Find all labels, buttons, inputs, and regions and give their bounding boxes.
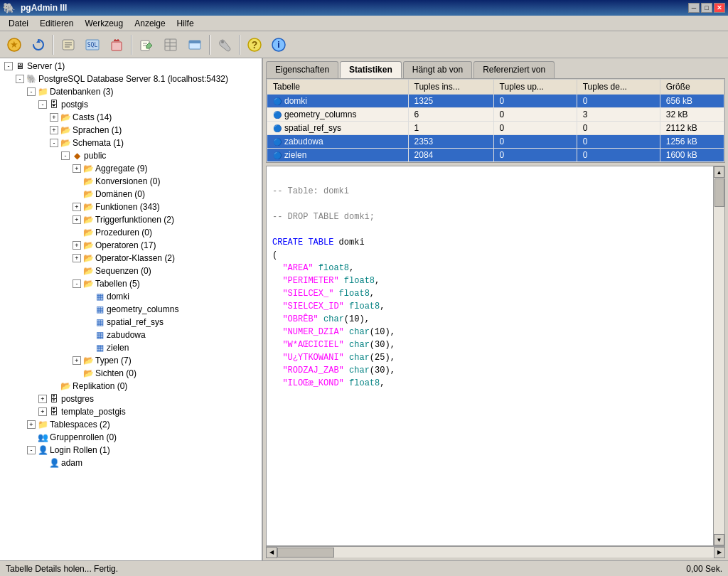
expand-operatoren[interactable]: + bbox=[73, 241, 81, 250]
tree-item-adam[interactable]: 👤 adam bbox=[0, 457, 262, 469]
tree-item-pgserver[interactable]: - 🐘 PostgreSQL Database Server 8.1 (loca… bbox=[0, 73, 262, 85]
expand-template-postgis[interactable]: + bbox=[38, 407, 47, 416]
toolbar-wrench-btn[interactable] bbox=[213, 33, 236, 56]
expand-server[interactable]: - bbox=[4, 62, 13, 70]
tree-item-funktionen[interactable]: + 📂 Funktionen (343) bbox=[0, 201, 262, 213]
operatoren-icon: 📂 bbox=[82, 240, 94, 251]
tree-item-tabellen[interactable]: - 📂 Tabellen (5) bbox=[0, 277, 262, 290]
konversionen-label: Konversionen (0) bbox=[95, 176, 160, 186]
expand-tabellen[interactable]: - bbox=[73, 279, 81, 288]
expand-datenbanken[interactable]: - bbox=[27, 87, 36, 96]
menu-hilfe[interactable]: Hilfe bbox=[171, 17, 200, 30]
sequenzen-icon: 📂 bbox=[82, 265, 94, 277]
expand-funktionen[interactable]: + bbox=[73, 203, 81, 211]
tab-referenziert[interactable]: Referenziert von bbox=[473, 61, 555, 78]
window-controls: ─ □ ✕ bbox=[688, 3, 725, 13]
tree-item-prozeduren[interactable]: 📂 Prozeduren (0) bbox=[0, 226, 262, 239]
minimize-button[interactable]: ─ bbox=[688, 3, 700, 13]
stats-row-domki[interactable]: 🔵domki 1325 0 0 656 kB bbox=[267, 95, 724, 108]
tab-eigenschaften[interactable]: Eigenschaften bbox=[266, 61, 338, 78]
expand-loginrollen[interactable]: - bbox=[27, 446, 36, 454]
tree-item-postgres[interactable]: + 🗄 postgres bbox=[0, 393, 262, 405]
tree-item-template-postgis[interactable]: + 🗄 template_postgis bbox=[0, 405, 262, 418]
tree-item-replikation[interactable]: 📂 Replikation (0) bbox=[0, 380, 262, 393]
tree-item-domaenen[interactable]: 📂 Domänen (0) bbox=[0, 188, 262, 201]
tree-item-datenbanken[interactable]: - 📁 Datenbanken (3) bbox=[0, 85, 262, 98]
toolbar-edit-btn[interactable] bbox=[135, 33, 158, 56]
toolbar-sql-btn[interactable]: SQL bbox=[81, 33, 104, 56]
expand-triggerfunktionen[interactable]: + bbox=[73, 215, 81, 224]
toolbar-grid-btn[interactable] bbox=[159, 33, 182, 56]
expand-tablespaces[interactable]: + bbox=[27, 420, 36, 429]
expand-operatorklassen[interactable]: + bbox=[73, 254, 81, 262]
tree-item-triggerfunktionen[interactable]: + 📂 Triggerfunktionen (2) bbox=[0, 213, 262, 226]
tree-item-gruppenrollen[interactable]: 👥 Gruppenrollen (0) bbox=[0, 431, 262, 444]
triggerfunktionen-label: Triggerfunktionen (2) bbox=[95, 215, 174, 225]
tree-item-konversionen[interactable]: 📂 Konversionen (0) bbox=[0, 175, 262, 188]
toolbar-properties-btn[interactable] bbox=[57, 33, 80, 56]
tree-item-operatoren[interactable]: + 📂 Operatoren (17) bbox=[0, 239, 262, 252]
tree-item-zielen[interactable]: ▦ zielen bbox=[0, 341, 262, 354]
tree-item-public[interactable]: - ◆ public bbox=[0, 149, 262, 162]
hscroll-thumb[interactable] bbox=[277, 548, 334, 558]
hscroll-right-btn[interactable]: ▶ bbox=[714, 547, 725, 558]
stats-row-geometry-columns[interactable]: 🔵geometry_columns 6 0 3 32 kB bbox=[267, 108, 724, 122]
operatorklassen-icon: 📂 bbox=[82, 252, 94, 264]
toolbar-new-btn[interactable]: ★ bbox=[3, 33, 26, 56]
vscroll-up-btn[interactable]: ▲ bbox=[714, 166, 724, 178]
tree-item-zabudowa[interactable]: ▦ zabudowa bbox=[0, 329, 262, 341]
expand-sprachen[interactable]: + bbox=[50, 126, 58, 134]
datenbanken-icon: 📁 bbox=[37, 86, 48, 97]
operatorklassen-label: Operator-Klassen (2) bbox=[95, 253, 175, 263]
toolbar-table-btn[interactable] bbox=[183, 33, 206, 56]
expand-public[interactable]: - bbox=[61, 151, 70, 160]
toolbar-delete-btn[interactable] bbox=[105, 33, 128, 56]
menu-editieren[interactable]: Editieren bbox=[34, 17, 79, 30]
expand-casts[interactable]: + bbox=[50, 113, 58, 122]
tree-item-typen[interactable]: + 📂 Typen (7) bbox=[0, 354, 262, 367]
cell-zielen-ins: 2084 bbox=[408, 149, 493, 162]
expand-postgis[interactable]: - bbox=[38, 100, 47, 109]
tree-item-casts[interactable]: + 📂 Casts (14) bbox=[0, 111, 262, 124]
tree-item-sprachen[interactable]: + 📂 Sprachen (1) bbox=[0, 124, 262, 137]
toolbar-help-btn[interactable]: ? bbox=[243, 33, 266, 56]
hscroll-left-btn[interactable]: ◀ bbox=[266, 547, 277, 558]
close-button[interactable]: ✕ bbox=[714, 3, 725, 13]
replikation-label: Replikation (0) bbox=[73, 381, 127, 391]
expand-pgserver[interactable]: - bbox=[16, 75, 24, 83]
tree-item-sequenzen[interactable]: 📂 Sequenzen (0) bbox=[0, 265, 262, 277]
tree-item-operatorklassen[interactable]: + 📂 Operator-Klassen (2) bbox=[0, 252, 262, 265]
menu-anzeige[interactable]: Anzeige bbox=[129, 17, 171, 30]
tree-item-tablespaces[interactable]: + 📁 Tablespaces (2) bbox=[0, 418, 262, 431]
expand-aggregate[interactable]: + bbox=[73, 164, 81, 173]
tree-item-schemata[interactable]: - 📂 Schemata (1) bbox=[0, 137, 262, 149]
tree-item-server[interactable]: - 🖥 Server (1) bbox=[0, 60, 262, 73]
stats-row-zielen[interactable]: 🔵zielen 2084 0 0 1600 kB bbox=[267, 149, 724, 162]
maximize-button[interactable]: □ bbox=[701, 3, 712, 13]
expand-postgres[interactable]: + bbox=[38, 395, 47, 403]
col-header-tabelle: Tabelle bbox=[267, 80, 409, 95]
menu-datei[interactable]: Datei bbox=[3, 17, 34, 30]
tree-item-domki[interactable]: ▦ domki bbox=[0, 290, 262, 303]
toolbar-refresh-btn[interactable] bbox=[27, 33, 50, 56]
tree-item-aggregate[interactable]: + 📂 Aggregate (9) bbox=[0, 162, 262, 175]
tree-item-postgis[interactable]: - 🗄 postgis bbox=[0, 98, 262, 111]
cell-zabudowa-de: 0 bbox=[577, 135, 660, 149]
expand-schemata[interactable]: - bbox=[50, 139, 58, 147]
cell-spatialref-size: 2112 kB bbox=[660, 122, 724, 135]
stats-row-spatial-ref-sys[interactable]: 🔵spatial_ref_sys 1 0 0 2112 kB bbox=[267, 122, 724, 135]
tree-item-spatial-ref-sys[interactable]: ▦ spatial_ref_sys bbox=[0, 316, 262, 329]
tree-item-geometry-columns[interactable]: ▦ geometry_columns bbox=[0, 303, 262, 316]
expand-typen[interactable]: + bbox=[73, 356, 81, 365]
gruppenrollen-icon: 👥 bbox=[37, 432, 48, 443]
sql-hscrollbar: ◀ ▶ bbox=[266, 546, 725, 558]
tab-statistiken[interactable]: Statistiken bbox=[340, 61, 402, 78]
tree-item-sichten[interactable]: 📂 Sichten (0) bbox=[0, 367, 262, 380]
toolbar-info-btn[interactable]: i bbox=[267, 33, 290, 56]
menu-werkzeug[interactable]: Werkzeug bbox=[79, 17, 129, 30]
tree-item-loginrollen[interactable]: - 👤 Login Rollen (1) bbox=[0, 444, 262, 457]
vscroll-down-btn[interactable]: ▼ bbox=[714, 534, 724, 545]
vscroll-thumb[interactable] bbox=[714, 178, 724, 207]
tab-haengt[interactable]: Hängt ab von bbox=[403, 61, 472, 78]
stats-row-zabudowa[interactable]: 🔵zabudowa 2353 0 0 1256 kB bbox=[267, 135, 724, 149]
